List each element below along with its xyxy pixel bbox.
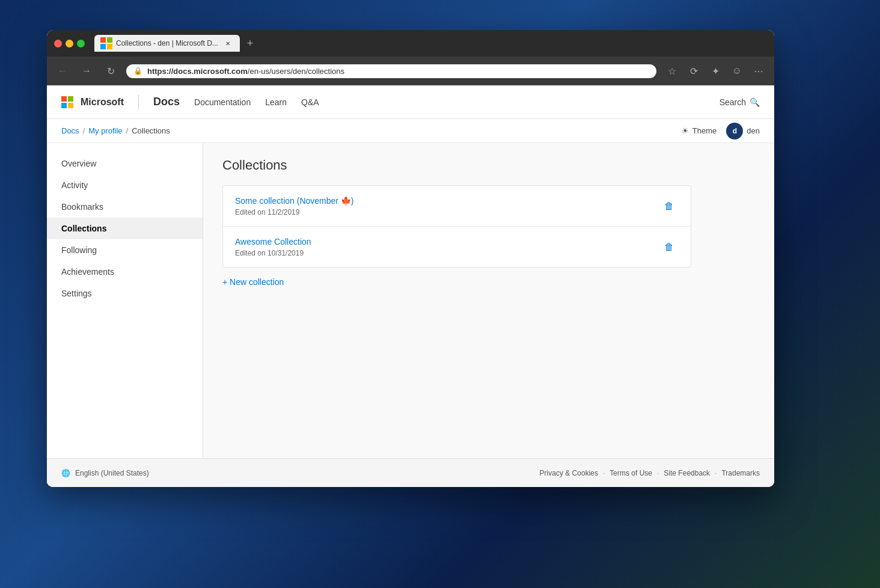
page-title: Collections bbox=[222, 158, 755, 173]
search-icon: 🔍 bbox=[750, 97, 760, 107]
ms-logo bbox=[61, 96, 73, 108]
footer: 🌐 English (United States) Privacy & Cook… bbox=[47, 458, 774, 487]
ms-logo-red bbox=[61, 96, 67, 102]
collection-name-1[interactable]: Some collection (November 🍁) bbox=[235, 196, 354, 206]
toolbar-icons: ☆ ⟳ ✦ ☺ ⋯ bbox=[664, 63, 767, 79]
collection-info-2: Awesome Collection Edited on 10/31/2019 bbox=[235, 236, 311, 257]
new-tab-button[interactable]: + bbox=[242, 35, 258, 52]
footer-trademarks[interactable]: Trademarks bbox=[721, 469, 760, 477]
sidebar-item-bookmarks[interactable]: Bookmarks bbox=[47, 196, 203, 218]
ms-logo-green bbox=[107, 37, 112, 43]
footer-terms[interactable]: Terms of Use bbox=[610, 469, 652, 477]
browser-tab-active[interactable]: Collections - den | Microsoft D... ✕ bbox=[94, 35, 240, 52]
sidebar-item-settings[interactable]: Settings bbox=[47, 283, 203, 304]
footer-privacy[interactable]: Privacy & Cookies bbox=[540, 469, 598, 477]
profile-icon[interactable]: ☺ bbox=[729, 63, 745, 79]
new-collection-button[interactable]: + New collection bbox=[222, 277, 755, 287]
address-text: https://docs.microsoft.com/en-us/users/d… bbox=[147, 67, 649, 76]
avatar: d bbox=[726, 123, 743, 139]
delete-collection-1-button[interactable]: 🗑 bbox=[659, 198, 679, 214]
docs-label[interactable]: Docs bbox=[153, 96, 180, 108]
theme-label: Theme bbox=[692, 126, 717, 135]
nav-qa[interactable]: Q&A bbox=[301, 97, 319, 107]
url-path: /en-us/users/den/collections bbox=[248, 67, 344, 76]
collections-card: Some collection (November 🍁) Edited on 1… bbox=[222, 185, 691, 268]
address-input-wrap[interactable]: 🔒 https://docs.microsoft.com/en-us/users… bbox=[126, 64, 656, 78]
traffic-lights bbox=[54, 40, 85, 47]
main-content: Collections Some collection (November 🍁)… bbox=[203, 143, 774, 458]
collection-item-1: Some collection (November 🍁) Edited on 1… bbox=[223, 186, 691, 227]
url-host: https://docs.microsoft.com bbox=[147, 67, 248, 76]
theme-button[interactable]: ☀ Theme bbox=[682, 126, 717, 135]
collection-name-2[interactable]: Awesome Collection bbox=[235, 237, 311, 247]
footer-sep-3: · bbox=[715, 469, 717, 477]
footer-feedback[interactable]: Site Feedback bbox=[664, 469, 710, 477]
ms-logo-green bbox=[68, 96, 73, 102]
user-profile-area[interactable]: d den bbox=[726, 123, 760, 139]
forward-button[interactable]: → bbox=[78, 63, 95, 79]
ms-logo-yellow bbox=[107, 44, 112, 49]
address-bar: ← → ↻ 🔒 https://docs.microsoft.com/en-us… bbox=[47, 57, 774, 85]
collection-info-1: Some collection (November 🍁) Edited on 1… bbox=[235, 195, 354, 216]
browser-window: Collections - den | Microsoft D... ✕ + ←… bbox=[47, 30, 774, 487]
search-label: Search bbox=[720, 97, 746, 107]
main-layout: Overview Activity Bookmarks Collections … bbox=[47, 143, 774, 458]
sidebar-item-overview[interactable]: Overview bbox=[47, 153, 203, 174]
nav-learn[interactable]: Learn bbox=[265, 97, 287, 107]
footer-links: Privacy & Cookies · Terms of Use · Site … bbox=[540, 469, 760, 477]
ms-logo-blue bbox=[61, 103, 67, 108]
close-window-button[interactable] bbox=[54, 40, 62, 47]
sun-icon: ☀ bbox=[682, 126, 689, 135]
collections-icon[interactable]: ✦ bbox=[707, 63, 724, 79]
minimize-window-button[interactable] bbox=[66, 40, 73, 47]
breadcrumb-bar: Docs / My profile / Collections ☀ Theme … bbox=[47, 119, 774, 143]
ms-logo-yellow bbox=[68, 103, 73, 108]
refresh-icon[interactable]: ⟳ bbox=[685, 63, 702, 79]
refresh-button[interactable]: ↻ bbox=[102, 63, 119, 79]
nav-documentation[interactable]: Documentation bbox=[194, 97, 251, 107]
breadcrumb-docs[interactable]: Docs bbox=[61, 126, 79, 135]
breadcrumb-sep-2: / bbox=[126, 126, 129, 135]
breadcrumb-current: Collections bbox=[132, 126, 170, 135]
tab-favicon bbox=[102, 38, 111, 48]
title-bar: Collections - den | Microsoft D... ✕ + bbox=[47, 30, 774, 57]
delete-collection-2-button[interactable]: 🗑 bbox=[659, 239, 679, 255]
collection-item-2: Awesome Collection Edited on 10/31/2019 … bbox=[223, 227, 691, 267]
locale-label: English (United States) bbox=[75, 469, 149, 477]
more-menu-icon[interactable]: ⋯ bbox=[750, 63, 767, 79]
nav-links: Documentation Learn Q&A bbox=[194, 97, 720, 107]
breadcrumb-my-profile[interactable]: My profile bbox=[88, 126, 122, 135]
footer-sep-1: · bbox=[603, 469, 605, 477]
brand-divider bbox=[138, 95, 139, 109]
user-name: den bbox=[747, 126, 760, 135]
sidebar: Overview Activity Bookmarks Collections … bbox=[47, 143, 203, 458]
brand-name: Microsoft bbox=[81, 97, 124, 108]
sidebar-item-activity[interactable]: Activity bbox=[47, 174, 203, 196]
tab-bar: Collections - den | Microsoft D... ✕ + bbox=[94, 35, 767, 52]
ms-logo-red bbox=[100, 37, 106, 43]
breadcrumb-actions: ☀ Theme d den bbox=[682, 123, 760, 139]
search-button[interactable]: Search 🔍 bbox=[720, 97, 760, 107]
breadcrumb: Docs / My profile / Collections bbox=[61, 126, 170, 135]
breadcrumb-sep-1: / bbox=[83, 126, 85, 135]
collection-meta-2: Edited on 10/31/2019 bbox=[235, 249, 311, 257]
collection-meta-1: Edited on 11/2/2019 bbox=[235, 208, 354, 216]
lock-icon: 🔒 bbox=[133, 67, 142, 75]
ms-logo-small bbox=[100, 37, 112, 49]
ms-logo-blue bbox=[100, 44, 106, 49]
footer-locale: 🌐 English (United States) bbox=[61, 469, 149, 477]
globe-icon: 🌐 bbox=[61, 469, 70, 477]
brand: Microsoft Docs bbox=[61, 95, 180, 109]
top-nav: Microsoft Docs Documentation Learn Q&A S… bbox=[47, 85, 774, 119]
tab-close-button[interactable]: ✕ bbox=[223, 38, 233, 48]
bookmark-icon[interactable]: ☆ bbox=[664, 63, 680, 79]
back-button[interactable]: ← bbox=[54, 63, 71, 79]
page-content: Microsoft Docs Documentation Learn Q&A S… bbox=[47, 85, 774, 487]
maximize-window-button[interactable] bbox=[77, 40, 85, 47]
tab-title: Collections - den | Microsoft D... bbox=[116, 39, 218, 47]
sidebar-item-collections[interactable]: Collections bbox=[47, 218, 203, 239]
sidebar-item-following[interactable]: Following bbox=[47, 239, 203, 261]
sidebar-item-achievements[interactable]: Achievements bbox=[47, 261, 203, 283]
footer-sep-2: · bbox=[657, 469, 659, 477]
